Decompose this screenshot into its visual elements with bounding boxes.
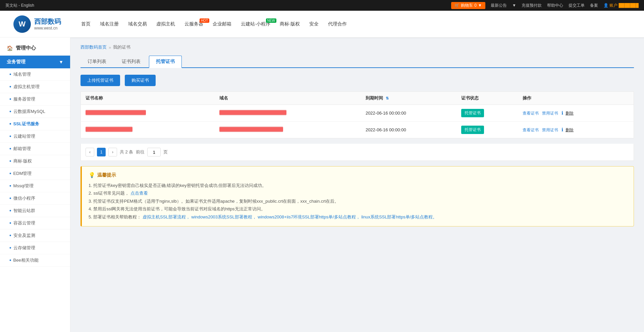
tip-item-2: ssl证书常见问题， 点击查看 (89, 189, 627, 197)
sidebar-item-security[interactable]: 安全及监测 (0, 229, 70, 242)
sidebar-item-ssl[interactable]: SSL证书服务 (0, 118, 70, 130)
tips-box: 💡 温馨提示 托管证书key密钥需自己核实是否正确,错误的key密钥托管会成功,… (80, 166, 634, 226)
logo-icon: W (13, 15, 31, 33)
cell-domain-2 (215, 122, 361, 138)
sidebar-item-edm[interactable]: EDM管理 (0, 168, 70, 180)
next-page-btn[interactable]: › (108, 148, 117, 156)
table-row: 2022-06-16 00:00:00 托管证书 查看证书 禁用证书 ℹ 删除 (81, 105, 634, 122)
breadcrumb-home[interactable]: 西部数码首页 (80, 44, 107, 50)
cell-domain-1 (215, 105, 361, 122)
sidebar-section-business[interactable]: 业务管理 ▼ (0, 56, 70, 68)
col-ops: 操作 (518, 92, 634, 105)
goto-label: 前往 (136, 149, 145, 155)
col-expiry[interactable]: 到期时间 ⇅ (361, 92, 457, 105)
disable-cert-2[interactable]: 禁用证书 (542, 128, 558, 132)
sidebar-item-website-builder[interactable]: 云建站管理 (0, 130, 70, 143)
user-info[interactable]: 👤 账户 ███████ (603, 3, 639, 8)
sidebar-item-wechat[interactable]: 微信小程序 (0, 192, 70, 205)
sidebar-item-server[interactable]: 服务器管理 (0, 93, 70, 106)
sidebar-home[interactable]: 🏠 管理中心 (0, 41, 70, 56)
ticket-link[interactable]: 提交工单 (569, 3, 585, 8)
topbar-right: 🛒 购物车 0 ▼ 最新公告 ▼ 充值预付款 帮助中心 提交工单 备案 👤 账户… (451, 2, 639, 9)
view-cert-2[interactable]: 查看证书 (523, 128, 539, 132)
status-badge-2: 托管证书 (461, 126, 484, 134)
sidebar: 🏠 管理中心 业务管理 ▼ 域名管理 虚拟主机管理 服务器管理 云数据库MySQ… (0, 38, 70, 332)
main-content: 西部数码首页 » 我的证书 订单列表 证书列表 托管证书 上传托管证书 购买证书 (70, 38, 644, 332)
info-icon-1[interactable]: ℹ (561, 110, 563, 116)
topbar-lang[interactable]: 英文站 - English (5, 3, 34, 8)
sidebar-item-container[interactable]: 容器云管理 (0, 217, 70, 229)
info-icon-2[interactable]: ℹ (561, 127, 563, 132)
tab-orders[interactable]: 订单列表 (80, 56, 113, 67)
sidebar-item-mysql[interactable]: 云数据库MySQL (0, 106, 70, 118)
nav-domain[interactable]: 域名注册 (100, 21, 119, 27)
delete-cert-2[interactable]: 删除 (566, 128, 574, 132)
tip-link-win2008[interactable]: windows2008+iis7环境SSL部署https单/多站点教程， (258, 214, 360, 219)
pagination: ‹ 1 › 共 2 条 前往 页 (80, 144, 634, 161)
main-nav: 首页 域名注册 域名交易 虚拟主机 云服务器 HOT 企业邮箱 云建站·小程序 … (81, 21, 631, 27)
recharge-link[interactable]: 充值预付款 (522, 3, 542, 8)
cell-status-1: 托管证书 (457, 105, 518, 122)
action-buttons: 上传托管证书 购买证书 (80, 75, 634, 86)
col-cert-name: 证书名称 (81, 92, 215, 105)
sidebar-item-hosting[interactable]: 虚拟主机管理 (0, 81, 70, 93)
view-cert-1[interactable]: 查看证书 (523, 111, 539, 116)
tip-link-ssl-issues[interactable]: 点击查看 (130, 191, 148, 196)
upload-cert-button[interactable]: 上传托管证书 (80, 75, 120, 86)
table-head: 证书名称 域名 到期时间 ⇅ 证书状态 操作 (81, 92, 634, 105)
nav-trademark[interactable]: 商标·版权 (280, 21, 300, 27)
sidebar-item-bee[interactable]: Bee相关功能 (0, 254, 70, 267)
cert-table: 证书名称 域名 到期时间 ⇅ 证书状态 操作 (80, 91, 634, 138)
tabs-container: 订单列表 证书列表 托管证书 (80, 56, 634, 68)
sidebar-item-trademark[interactable]: 商标·版权 (0, 155, 70, 168)
nav-security[interactable]: 安全 (309, 21, 319, 27)
chevron-icon: ▼ (59, 59, 63, 65)
breadcrumb: 西部数码首页 » 我的证书 (80, 44, 634, 50)
sidebar-item-mssql[interactable]: Mssql管理 (0, 180, 70, 192)
sidebar-item-smart-cloud[interactable]: 智能云站群 (0, 205, 70, 217)
logo-text: 西部数码 www.west.cn (34, 17, 61, 31)
nav-home[interactable]: 首页 (81, 21, 91, 27)
sidebar-item-domain[interactable]: 域名管理 (0, 68, 70, 81)
nav-email[interactable]: 企业邮箱 (213, 21, 231, 27)
cell-cert-name-2 (81, 122, 215, 138)
breadcrumb-current: 我的证书 (113, 44, 130, 50)
page-suffix: 页 (163, 149, 168, 155)
help-link[interactable]: 帮助中心 (547, 3, 563, 8)
home-icon: 🏠 (7, 45, 13, 51)
page-input[interactable] (147, 148, 161, 156)
tip-link-win2003[interactable]: windows2003系统SSL部署教程， (191, 214, 256, 219)
cell-expiry-2: 2022-06-16 00:00:00 (361, 122, 457, 138)
col-status: 证书状态 (457, 92, 518, 105)
nav-agent[interactable]: 代理合作 (328, 21, 347, 27)
tip-item-4: 禁用后ssl网关将无法使用当前证书，可能会导致当前证书对应域名的https无法正… (89, 205, 627, 213)
sidebar-item-storage[interactable]: 云存储管理 (0, 242, 70, 254)
disable-cert-1[interactable]: 禁用证书 (542, 111, 558, 116)
nav-website[interactable]: 云建站·小程序 NEW (241, 21, 270, 27)
nav-cloud-server[interactable]: 云服务器 HOT (184, 21, 203, 27)
nav-domain-trade[interactable]: 域名交易 (128, 21, 147, 27)
cart-button[interactable]: 🛒 购物车 0 ▼ (451, 2, 485, 9)
tip-item-3: 托管证书仅支持PEM格式（适用于nginx,slb）。如果证书文件适用apach… (89, 197, 627, 205)
tab-cert-list[interactable]: 证书列表 (115, 56, 148, 67)
col-domain: 域名 (215, 92, 361, 105)
current-page-btn[interactable]: 1 (97, 148, 106, 156)
tips-header: 💡 温馨提示 (89, 172, 627, 178)
tab-hosted-cert[interactable]: 托管证书 (149, 56, 182, 68)
cell-status-2: 托管证书 (457, 122, 518, 138)
cell-ops-2: 查看证书 禁用证书 ℹ 删除 (518, 122, 634, 138)
backup-link[interactable]: 备案 (590, 3, 598, 8)
buy-cert-button[interactable]: 购买证书 (125, 75, 156, 86)
prev-page-btn[interactable]: ‹ (86, 148, 94, 156)
topbar: 英文站 - English 🛒 购物车 0 ▼ 最新公告 ▼ 充值预付款 帮助中… (0, 0, 644, 11)
sort-icon: ⇅ (386, 96, 389, 100)
tip-link-virtual-host[interactable]: 虚拟主机SSL部署流程， (143, 214, 190, 219)
delete-cert-1[interactable]: 删除 (566, 111, 574, 116)
cell-expiry-1: 2022-06-16 00:00:00 (361, 105, 457, 122)
table-body: 2022-06-16 00:00:00 托管证书 查看证书 禁用证书 ℹ 删除 (81, 105, 634, 138)
sidebar-item-email[interactable]: 邮箱管理 (0, 143, 70, 155)
tip-link-linux[interactable]: linux系统SSL部署https单/多站点教程。 (361, 214, 437, 219)
total-count: 共 2 条 (120, 149, 133, 155)
nav-hosting[interactable]: 虚拟主机 (156, 21, 175, 27)
news-link[interactable]: 最新公告 (491, 3, 507, 8)
